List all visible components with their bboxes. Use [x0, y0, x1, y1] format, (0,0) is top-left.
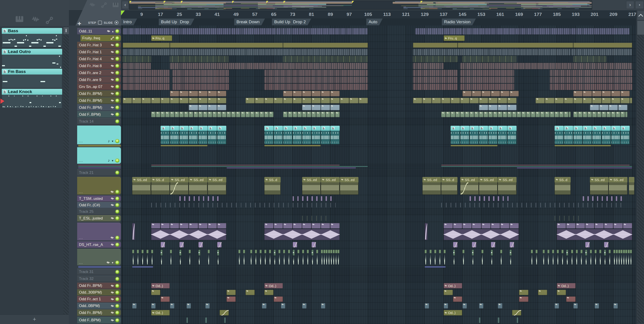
tick-clip[interactable] — [498, 317, 499, 323]
clip-chip[interactable] — [413, 98, 422, 103]
pattern-clip[interactable] — [507, 126, 516, 144]
clip-chip[interactable] — [302, 112, 306, 117]
pattern-card-lead-outro[interactable]: Lead Outro — [2, 49, 62, 68]
track-strip-header[interactable] — [78, 166, 121, 167]
tick-clip[interactable] — [321, 203, 322, 207]
clip-chip[interactable] — [444, 290, 453, 295]
tick-clip[interactable] — [278, 203, 279, 207]
track-mute-led[interactable] — [116, 210, 119, 213]
tick-clip[interactable] — [559, 216, 560, 221]
clip-chip[interactable] — [446, 112, 450, 117]
pattern-clip[interactable] — [274, 126, 283, 144]
riser-chip[interactable] — [179, 223, 188, 228]
clip-chip[interactable] — [330, 98, 340, 103]
track-header-lead[interactable]: Lead...♪▼ — [77, 147, 121, 164]
tick-clip[interactable] — [498, 203, 498, 207]
pattern-clip[interactable] — [550, 70, 632, 76]
track-header-odd-fr-act-1[interactable]: Odd Fr..act 1 — [77, 296, 121, 302]
track-header-odd-11[interactable]: Odd..11▲ — [77, 28, 121, 35]
pattern-mode-icon[interactable] — [113, 3, 118, 7]
track-header-bass[interactable]: Bass...♪▼ — [77, 126, 121, 144]
clip-chip[interactable] — [260, 112, 264, 117]
riser-body[interactable] — [444, 229, 519, 240]
playlist-row[interactable] — [121, 266, 636, 268]
impact-clip[interactable] — [594, 250, 596, 264]
section-marker-auto[interactable]: Auto — [366, 19, 382, 25]
pattern-clip[interactable] — [170, 56, 229, 62]
riser-chip[interactable] — [585, 223, 594, 228]
impact-clip[interactable] — [628, 250, 630, 264]
labeled-clip[interactable] — [491, 242, 495, 247]
clip-chip[interactable] — [330, 112, 335, 117]
tick-clip[interactable] — [186, 317, 188, 323]
pattern-clip[interactable] — [498, 126, 507, 144]
clip-chip[interactable] — [189, 98, 198, 103]
clip-chip[interactable] — [160, 112, 165, 117]
clip-chip[interactable] — [510, 91, 519, 96]
tick-clip[interactable] — [194, 203, 194, 207]
clip-chip[interactable] — [302, 91, 311, 96]
track-options-dots[interactable]: ... — [79, 237, 83, 239]
pattern-clip[interactable] — [571, 28, 630, 35]
riser-chip[interactable] — [500, 223, 510, 228]
clip-chip[interactable] — [554, 303, 559, 308]
impact-clip[interactable] — [288, 250, 290, 264]
pattern-card-header[interactable]: Lead Outro — [2, 49, 62, 55]
clip-chip[interactable] — [531, 112, 535, 117]
clip-chip[interactable] — [460, 98, 469, 103]
clip-chip[interactable] — [536, 98, 545, 103]
clip[interactable] — [573, 43, 632, 48]
tick-clip[interactable] — [578, 203, 579, 207]
track-mute-led[interactable] — [116, 243, 119, 247]
pattern-clip[interactable] — [470, 126, 479, 144]
clip-chip[interactable] — [472, 91, 481, 96]
impact-clip[interactable] — [434, 250, 436, 264]
clip-chip[interactable] — [293, 112, 297, 117]
tick-clip[interactable] — [224, 317, 226, 323]
track-mute-led[interactable] — [116, 190, 119, 194]
clip[interactable] — [151, 165, 340, 166]
pattern-card-header[interactable]: Lead Knock — [2, 89, 62, 95]
pattern-clip[interactable] — [413, 63, 444, 69]
riser-chip[interactable] — [198, 223, 208, 228]
clip-chip[interactable] — [246, 112, 250, 117]
pattern-clip[interactable] — [620, 126, 630, 144]
pattern-clip[interactable] — [413, 84, 458, 90]
clip-chip[interactable] — [132, 98, 141, 103]
pattern-card-fm-bass[interactable]: Fm Bass — [2, 69, 62, 88]
riser-chip[interactable] — [566, 223, 575, 228]
impact-clip[interactable] — [562, 250, 564, 264]
clip-chip[interactable] — [625, 112, 628, 117]
track-header-track-14[interactable]: Track 14 — [77, 118, 121, 125]
track-options-dots[interactable]: ... — [79, 160, 83, 162]
audio-clip[interactable]: SS..ed — [302, 177, 321, 195]
impact-clip[interactable] — [302, 250, 304, 264]
step-toggle[interactable] — [98, 21, 102, 25]
pattern-clip[interactable] — [123, 49, 170, 55]
playlist-row[interactable] — [121, 269, 636, 275]
labeled-clip[interactable] — [217, 242, 222, 247]
audio-clip[interactable]: SS..d — [554, 177, 571, 195]
track-header-grv-sn-ap-07[interactable]: Grv Sn..ap 07 — [77, 84, 121, 90]
track-mute-led[interactable] — [116, 304, 119, 308]
timeline-ruler[interactable]: 9172533414957657381899710511312112913714… — [121, 10, 636, 19]
audio-clip[interactable] — [629, 177, 634, 195]
track-mute-led[interactable] — [116, 203, 119, 207]
pattern-clip[interactable] — [170, 126, 179, 144]
tick-clip[interactable] — [474, 203, 475, 207]
pattern-card-lead-knock[interactable]: Lead Knock — [2, 89, 62, 108]
clip-chip[interactable] — [321, 98, 330, 103]
clip-chip[interactable] — [592, 112, 596, 117]
tick-clip[interactable] — [493, 203, 494, 207]
clip-chip[interactable] — [132, 303, 137, 308]
clip-chip[interactable] — [583, 91, 592, 96]
clip-chip[interactable] — [184, 112, 188, 117]
impact-clip[interactable] — [243, 250, 245, 264]
clip-chip[interactable] — [208, 98, 217, 103]
impact-clip[interactable] — [630, 250, 632, 264]
scrollbar-thumb[interactable] — [637, 21, 644, 35]
tick-clip[interactable] — [302, 216, 303, 221]
clip-chip[interactable] — [212, 112, 217, 117]
tick-clip[interactable] — [326, 196, 327, 201]
section-marker-intro[interactable]: Intro — [121, 19, 137, 25]
